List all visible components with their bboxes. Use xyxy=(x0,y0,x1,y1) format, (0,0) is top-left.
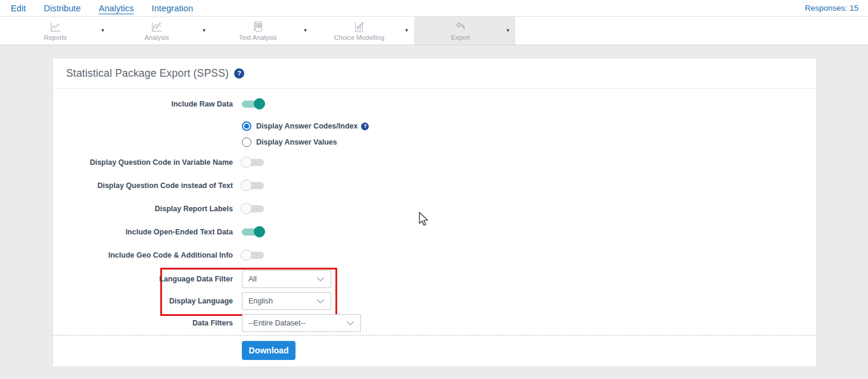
answer-codes-radio[interactable] xyxy=(242,121,251,131)
chevron-down-icon[interactable]: ▾ xyxy=(203,27,206,33)
form-row: Include Geo Code & Additional Info xyxy=(53,247,816,264)
chevron-down-icon xyxy=(316,274,325,284)
chevron-down-icon[interactable]: ▾ xyxy=(101,27,104,33)
field-label: Data Filters xyxy=(53,319,233,327)
field-label: Include Raw Data xyxy=(53,100,233,108)
form-row: Display Answer Values xyxy=(53,136,816,149)
toggle-knob xyxy=(241,180,252,191)
multi-line-chart-icon xyxy=(150,20,163,33)
field-label: Display Language xyxy=(53,297,233,305)
radio-label: Display Answer Values xyxy=(256,138,337,146)
nav-tab-edit[interactable]: Edit xyxy=(11,4,26,13)
toolbar-item-label: Reports xyxy=(44,34,67,41)
toolbar-item-analysis[interactable]: Analysis ▾ xyxy=(110,17,211,45)
help-icon[interactable]: ? xyxy=(361,123,369,130)
form-row: Display Question Code instead of Text xyxy=(53,177,816,194)
form-row: Include Open-Ended Text Data xyxy=(53,224,816,240)
field-label: Include Open-Ended Text Data xyxy=(53,228,233,236)
toolbar-item-export[interactable]: Export ▾ xyxy=(414,17,515,45)
toolbar-item-label: Analysis xyxy=(145,34,169,41)
data-filters-select[interactable]: --Entire Dataset-- xyxy=(242,314,361,332)
section-divider xyxy=(53,335,816,336)
field-label: Display Report Labels xyxy=(53,205,233,213)
toggle-knob xyxy=(254,226,265,237)
chevron-down-icon[interactable]: ▾ xyxy=(405,27,408,33)
spss-export-panel: Statistical Package Export (SPSS) ? Incl… xyxy=(52,58,817,367)
language-data-filter-select[interactable]: All xyxy=(242,270,331,288)
field-label: Display Question Code in Variable Name xyxy=(53,158,233,167)
download-button[interactable]: Download xyxy=(242,341,295,360)
form-row: Display Report Labels xyxy=(53,201,816,217)
toggle-knob xyxy=(241,156,252,168)
panel-header: Statistical Package Export (SPSS) ? xyxy=(53,58,816,89)
nav-tabs: Edit Distribute Analytics Integration xyxy=(11,4,193,13)
export-arrow-icon xyxy=(454,20,467,33)
answer-values-radio[interactable] xyxy=(242,137,251,147)
document-grid-icon xyxy=(251,20,265,33)
form-row: Display Language English xyxy=(53,292,816,310)
line-chart-icon xyxy=(49,20,62,33)
nav-tab-analytics[interactable]: Analytics xyxy=(99,4,134,13)
toolbar-item-text-analysis[interactable]: Text Analysis ▾ xyxy=(211,17,313,45)
open-ended-text-toggle[interactable] xyxy=(242,227,264,237)
scatter-chart-icon xyxy=(353,20,366,33)
radio-label: Display Answer Codes/Index xyxy=(256,122,357,130)
form-row: Language Data Filter All xyxy=(53,270,816,288)
field-label: Display Question Code instead of Text xyxy=(53,181,233,190)
responses-count[interactable]: Responses: 15 xyxy=(805,4,858,12)
chevron-down-icon[interactable]: ▾ xyxy=(304,27,307,33)
geo-code-toggle[interactable] xyxy=(242,250,264,261)
question-code-text-toggle[interactable] xyxy=(242,180,264,191)
page-title: Statistical Package Export (SPSS) xyxy=(66,67,229,80)
field-label: Include Geo Code & Additional Info xyxy=(53,251,233,259)
toggle-knob xyxy=(241,203,252,214)
toolbar-item-label: Choice Modelling xyxy=(334,34,384,41)
toolbar-item-label: Text Analysis xyxy=(239,34,277,41)
main-content: Statistical Package Export (SPSS) ? Incl… xyxy=(0,45,868,367)
toggle-knob xyxy=(254,98,265,109)
form-row: Include Raw Data xyxy=(53,96,816,112)
display-language-select[interactable]: English xyxy=(242,292,331,310)
include-raw-data-toggle[interactable] xyxy=(242,99,264,109)
toggle-knob xyxy=(241,249,252,261)
chevron-down-icon xyxy=(346,318,354,328)
form-row: Data Filters --Entire Dataset-- xyxy=(53,314,816,332)
nav-tab-integration[interactable]: Integration xyxy=(152,4,194,13)
toolbar-item-reports[interactable]: Reports ▾ xyxy=(9,17,110,45)
chevron-down-icon[interactable]: ▾ xyxy=(506,27,509,33)
help-icon[interactable]: ? xyxy=(234,68,244,79)
select-value: All xyxy=(248,275,257,283)
form-row: Display Answer Codes/Index ? xyxy=(53,120,816,133)
question-code-variable-toggle[interactable] xyxy=(242,157,264,168)
top-navigation: Edit Distribute Analytics Integration Re… xyxy=(0,0,868,17)
nav-tab-distribute[interactable]: Distribute xyxy=(43,4,80,13)
toolbar-item-label: Export xyxy=(451,34,470,41)
chevron-down-icon xyxy=(316,296,325,306)
analytics-toolbar: Reports ▾ Analysis ▾ Text A xyxy=(0,17,868,45)
toolbar-item-choice-modelling[interactable]: Choice Modelling ▾ xyxy=(313,17,414,45)
report-labels-toggle[interactable] xyxy=(242,203,264,214)
form-row: Display Question Code in Variable Name xyxy=(53,154,816,171)
export-options-form: Include Raw Data Display Answer Codes/In… xyxy=(53,89,816,367)
field-label: Language Data Filter xyxy=(53,275,233,283)
select-value: English xyxy=(248,297,273,305)
select-value: --Entire Dataset-- xyxy=(248,319,306,327)
